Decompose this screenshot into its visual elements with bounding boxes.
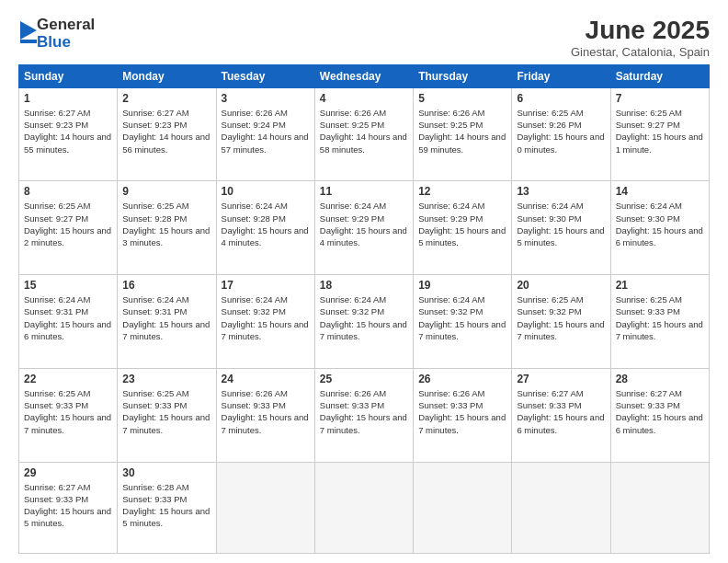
- header-wednesday: Wednesday: [314, 64, 413, 87]
- day-number: 28: [616, 373, 704, 385]
- day-number: 27: [517, 373, 605, 385]
- day-number: 13: [517, 185, 605, 198]
- header-sunday: Sunday: [19, 64, 118, 87]
- calendar-cell: 22Sunrise: 6:25 AMSunset: 9:33 PMDayligh…: [19, 368, 118, 462]
- page: General Blue June 2025 Ginestar, Catalon…: [0, 0, 728, 563]
- header-monday: Monday: [118, 64, 216, 87]
- day-info: Sunrise: 6:25 AMSunset: 9:32 PMDaylight:…: [517, 293, 605, 342]
- calendar-cell: 10Sunrise: 6:24 AMSunset: 9:28 PMDayligh…: [216, 181, 314, 275]
- day-info: Sunrise: 6:24 AMSunset: 9:32 PMDaylight:…: [320, 293, 408, 342]
- day-info: Sunrise: 6:25 AMSunset: 9:33 PMDaylight:…: [24, 387, 112, 436]
- day-info: Sunrise: 6:27 AMSunset: 9:33 PMDaylight:…: [616, 387, 704, 436]
- day-info: Sunrise: 6:24 AMSunset: 9:29 PMDaylight:…: [320, 200, 408, 248]
- calendar-cell: 2Sunrise: 6:27 AMSunset: 9:23 PMDaylight…: [118, 87, 216, 181]
- svg-marker-0: [20, 21, 37, 40]
- day-info: Sunrise: 6:24 AMSunset: 9:32 PMDaylight:…: [418, 293, 506, 342]
- day-info: Sunrise: 6:24 AMSunset: 9:29 PMDaylight:…: [418, 200, 506, 248]
- calendar-cell: 1Sunrise: 6:27 AMSunset: 9:23 PMDaylight…: [19, 87, 118, 181]
- calendar-cell: 9Sunrise: 6:25 AMSunset: 9:28 PMDaylight…: [118, 181, 216, 275]
- svg-rect-1: [20, 40, 37, 43]
- header-tuesday: Tuesday: [216, 64, 314, 87]
- day-info: Sunrise: 6:25 AMSunset: 9:27 PMDaylight:…: [616, 107, 704, 155]
- calendar-cell: 5Sunrise: 6:26 AMSunset: 9:25 PMDaylight…: [414, 87, 512, 181]
- day-number: 12: [418, 185, 506, 198]
- month-title: June 2025: [571, 17, 710, 45]
- day-number: 11: [320, 185, 408, 198]
- day-number: 3: [222, 92, 310, 105]
- day-number: 4: [320, 92, 408, 105]
- calendar-cell: 16Sunrise: 6:24 AMSunset: 9:31 PMDayligh…: [118, 275, 216, 369]
- day-number: 18: [320, 279, 408, 292]
- day-number: 8: [24, 185, 112, 198]
- location-title: Ginestar, Catalonia, Spain: [571, 45, 710, 59]
- day-info: Sunrise: 6:24 AMSunset: 9:30 PMDaylight:…: [616, 200, 704, 248]
- calendar-cell: 30Sunrise: 6:28 AMSunset: 9:33 PMDayligh…: [118, 462, 216, 553]
- calendar-cell: 28Sunrise: 6:27 AMSunset: 9:33 PMDayligh…: [610, 368, 709, 462]
- day-number: 23: [122, 373, 210, 385]
- header-thursday: Thursday: [414, 64, 512, 87]
- day-info: Sunrise: 6:24 AMSunset: 9:28 PMDaylight:…: [222, 200, 310, 248]
- calendar-cell: 21Sunrise: 6:25 AMSunset: 9:33 PMDayligh…: [610, 275, 709, 369]
- calendar-cell: 13Sunrise: 6:24 AMSunset: 9:30 PMDayligh…: [512, 181, 610, 275]
- calendar-cell: 6Sunrise: 6:25 AMSunset: 9:26 PMDaylight…: [512, 87, 610, 181]
- title-block: June 2025 Ginestar, Catalonia, Spain: [571, 17, 710, 59]
- day-number: 15: [24, 279, 112, 292]
- day-number: 14: [616, 185, 704, 198]
- calendar-cell: 19Sunrise: 6:24 AMSunset: 9:32 PMDayligh…: [414, 275, 512, 369]
- day-number: 5: [418, 92, 506, 105]
- day-info: Sunrise: 6:24 AMSunset: 9:31 PMDaylight:…: [122, 293, 210, 342]
- calendar-cell: 14Sunrise: 6:24 AMSunset: 9:30 PMDayligh…: [610, 181, 709, 275]
- logo: General Blue: [18, 17, 95, 51]
- calendar-cell: 23Sunrise: 6:25 AMSunset: 9:33 PMDayligh…: [118, 368, 216, 462]
- day-info: Sunrise: 6:25 AMSunset: 9:28 PMDaylight:…: [122, 200, 210, 248]
- calendar-cell: [216, 462, 314, 553]
- calendar-cell: 7Sunrise: 6:25 AMSunset: 9:27 PMDaylight…: [610, 87, 709, 181]
- day-number: 30: [122, 466, 210, 479]
- day-number: 20: [517, 279, 605, 292]
- calendar-cell: 4Sunrise: 6:26 AMSunset: 9:25 PMDaylight…: [314, 87, 413, 181]
- day-number: 10: [222, 185, 310, 198]
- calendar-cell: [610, 462, 709, 553]
- calendar-table: Sunday Monday Tuesday Wednesday Thursday…: [18, 64, 710, 554]
- calendar-cell: 27Sunrise: 6:27 AMSunset: 9:33 PMDayligh…: [512, 368, 610, 462]
- calendar-cell: 24Sunrise: 6:26 AMSunset: 9:33 PMDayligh…: [216, 368, 314, 462]
- day-number: 25: [320, 373, 408, 385]
- day-info: Sunrise: 6:26 AMSunset: 9:25 PMDaylight:…: [320, 107, 408, 155]
- day-number: 21: [616, 279, 704, 292]
- day-number: 29: [24, 466, 112, 479]
- day-info: Sunrise: 6:26 AMSunset: 9:33 PMDaylight:…: [222, 387, 310, 436]
- calendar-cell: 11Sunrise: 6:24 AMSunset: 9:29 PMDayligh…: [314, 181, 413, 275]
- day-number: 22: [24, 373, 112, 385]
- day-number: 19: [418, 279, 506, 292]
- day-info: Sunrise: 6:25 AMSunset: 9:33 PMDaylight:…: [122, 387, 210, 436]
- calendar-cell: [512, 462, 610, 553]
- day-info: Sunrise: 6:25 AMSunset: 9:33 PMDaylight:…: [616, 293, 704, 342]
- day-info: Sunrise: 6:25 AMSunset: 9:27 PMDaylight:…: [24, 200, 112, 248]
- day-number: 2: [122, 92, 210, 105]
- calendar-cell: 18Sunrise: 6:24 AMSunset: 9:32 PMDayligh…: [314, 275, 413, 369]
- day-info: Sunrise: 6:24 AMSunset: 9:32 PMDaylight:…: [222, 293, 310, 342]
- calendar-cell: [414, 462, 512, 553]
- day-info: Sunrise: 6:27 AMSunset: 9:23 PMDaylight:…: [24, 107, 112, 155]
- logo-icon: [20, 21, 37, 43]
- calendar-cell: 26Sunrise: 6:26 AMSunset: 9:33 PMDayligh…: [414, 368, 512, 462]
- header-friday: Friday: [512, 64, 610, 87]
- calendar-cell: 29Sunrise: 6:27 AMSunset: 9:33 PMDayligh…: [19, 462, 118, 553]
- header: General Blue June 2025 Ginestar, Catalon…: [18, 17, 710, 59]
- weekday-header-row: Sunday Monday Tuesday Wednesday Thursday…: [19, 64, 710, 87]
- day-number: 1: [24, 92, 112, 105]
- day-number: 7: [616, 92, 704, 105]
- day-info: Sunrise: 6:26 AMSunset: 9:33 PMDaylight:…: [418, 387, 506, 436]
- day-info: Sunrise: 6:27 AMSunset: 9:33 PMDaylight:…: [517, 387, 605, 436]
- day-number: 26: [418, 373, 506, 385]
- day-info: Sunrise: 6:27 AMSunset: 9:23 PMDaylight:…: [122, 107, 210, 155]
- day-number: 6: [517, 92, 605, 105]
- day-info: Sunrise: 6:24 AMSunset: 9:30 PMDaylight:…: [517, 200, 605, 248]
- calendar-cell: 12Sunrise: 6:24 AMSunset: 9:29 PMDayligh…: [414, 181, 512, 275]
- day-info: Sunrise: 6:27 AMSunset: 9:33 PMDaylight:…: [24, 481, 112, 530]
- day-info: Sunrise: 6:26 AMSunset: 9:25 PMDaylight:…: [418, 107, 506, 155]
- calendar-cell: 25Sunrise: 6:26 AMSunset: 9:33 PMDayligh…: [314, 368, 413, 462]
- calendar-cell: [314, 462, 413, 553]
- calendar-cell: 17Sunrise: 6:24 AMSunset: 9:32 PMDayligh…: [216, 275, 314, 369]
- calendar-cell: 20Sunrise: 6:25 AMSunset: 9:32 PMDayligh…: [512, 275, 610, 369]
